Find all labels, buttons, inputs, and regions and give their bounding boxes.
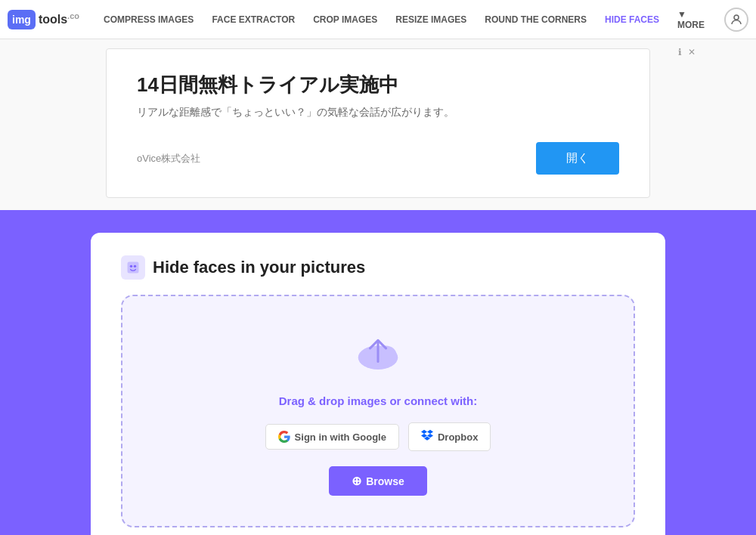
google-icon	[278, 431, 290, 443]
drop-zone[interactable]: Drag & drop images or connect with: Sign…	[121, 295, 635, 527]
drop-text: Drag & drop images or connect with:	[279, 394, 478, 407]
dropbox-label: Dropbox	[438, 431, 478, 443]
tool-icon	[121, 255, 145, 280]
logo-box-text: img	[12, 14, 31, 26]
logo-suffix: .co	[67, 11, 79, 20]
ad-title: 14日間無料トライアル実施中	[137, 72, 619, 98]
ad-cta-button[interactable]: 開く	[536, 142, 619, 175]
dropbox-icon	[421, 429, 433, 444]
svg-point-0	[734, 15, 739, 20]
plus-circle-icon: ⊕	[352, 474, 361, 488]
nav-more-label: ▼ MORE	[677, 9, 715, 30]
tool-card-title: Hide faces in your pictures	[121, 255, 635, 280]
logo-tools: tools	[39, 14, 67, 26]
tool-card: Hide faces in your pictures Drag & drop …	[91, 233, 665, 535]
dropbox-button[interactable]: Dropbox	[408, 422, 491, 451]
nav-item-resize[interactable]: RESIZE IMAGES	[386, 0, 476, 39]
ad-close-icon[interactable]: ✕	[688, 47, 696, 57]
user-icon[interactable]	[724, 8, 748, 32]
svg-point-3	[134, 265, 136, 268]
nav-item-crop[interactable]: CROP IMAGES	[304, 0, 386, 39]
ad-section: ℹ ✕ 14日間無料トライアル実施中 リアルな距離感で「ちょっといい？」の気軽な…	[0, 39, 756, 210]
nav-item-face-extractor[interactable]: FACE EXTRACTOR	[203, 0, 304, 39]
google-signin-button[interactable]: Sign in with Google	[265, 424, 399, 450]
svg-rect-1	[128, 262, 139, 274]
ad-controls: ℹ ✕	[678, 47, 696, 57]
ad-company: oVice株式会社	[137, 152, 200, 165]
main-nav: COMPRESS IMAGES FACE EXTRACTOR CROP IMAG…	[94, 0, 724, 39]
logo-text: tools.co	[39, 11, 79, 26]
header-right	[724, 8, 748, 32]
upload-cloud-icon	[352, 326, 404, 382]
google-signin-label: Sign in with Google	[295, 431, 386, 443]
tool-title: Hide faces in your pictures	[153, 258, 365, 277]
header: img tools.co COMPRESS IMAGES FACE EXTRAC…	[0, 0, 756, 39]
logo-box: img	[8, 10, 36, 29]
svg-point-2	[130, 265, 132, 268]
ad-subtitle: リアルな距離感で「ちょっといい？」の気軽な会話が広がります。	[137, 106, 619, 119]
nav-item-more[interactable]: ▼ MORE	[668, 0, 724, 39]
ad-info-icon[interactable]: ℹ	[678, 47, 682, 57]
main-section: Hide faces in your pictures Drag & drop …	[0, 210, 756, 535]
ad-banner: 14日間無料トライアル実施中 リアルな距離感で「ちょっといい？」の気軽な会話が広…	[106, 48, 650, 198]
browse-label: Browse	[366, 475, 404, 487]
nav-item-hide-faces[interactable]: HIDE FACES	[596, 0, 668, 39]
ad-banner-bottom: oVice株式会社 開く	[137, 142, 619, 175]
drop-buttons: Sign in with Google Dropbox	[265, 422, 491, 451]
nav-item-compress[interactable]: COMPRESS IMAGES	[94, 0, 203, 39]
browse-button[interactable]: ⊕ Browse	[329, 466, 427, 496]
nav-item-round[interactable]: ROUND THE CORNERS	[476, 0, 596, 39]
logo[interactable]: img tools.co	[8, 10, 79, 29]
